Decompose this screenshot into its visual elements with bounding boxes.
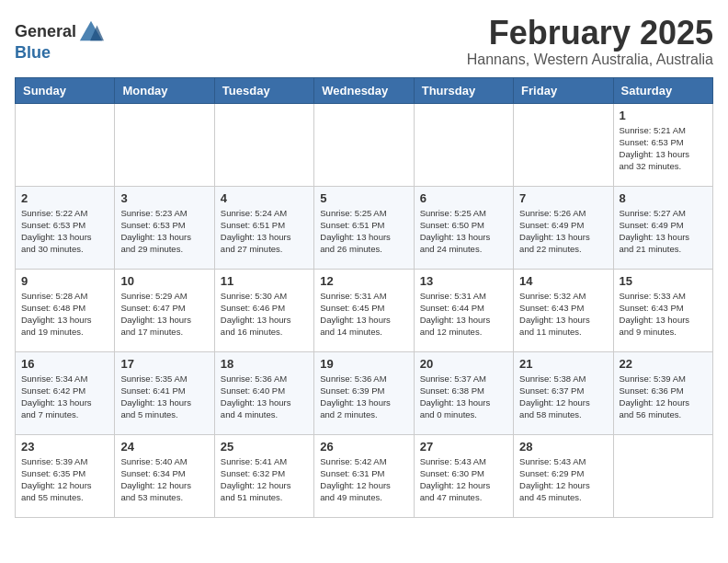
calendar-day-cell: 7Sunrise: 5:26 AM Sunset: 6:49 PM Daylig… xyxy=(514,186,613,269)
day-detail: Sunrise: 5:31 AM Sunset: 6:45 PM Dayligh… xyxy=(320,290,407,339)
calendar-day-cell: 21Sunrise: 5:38 AM Sunset: 6:37 PM Dayli… xyxy=(514,351,613,434)
calendar-day-cell: 20Sunrise: 5:37 AM Sunset: 6:38 PM Dayli… xyxy=(414,351,513,434)
day-number: 11 xyxy=(221,274,308,288)
calendar-day-cell: 23Sunrise: 5:39 AM Sunset: 6:35 PM Dayli… xyxy=(16,434,115,517)
logo-text-general: General xyxy=(15,23,76,40)
calendar-day-cell: 27Sunrise: 5:43 AM Sunset: 6:30 PM Dayli… xyxy=(414,434,513,517)
day-detail: Sunrise: 5:36 AM Sunset: 6:40 PM Dayligh… xyxy=(221,373,308,421)
calendar-day-cell xyxy=(16,103,115,186)
day-detail: Sunrise: 5:40 AM Sunset: 6:34 PM Dayligh… xyxy=(120,455,208,504)
day-number: 18 xyxy=(221,357,308,371)
day-number: 2 xyxy=(21,191,108,205)
calendar-day-cell xyxy=(514,103,613,186)
day-detail: Sunrise: 5:43 AM Sunset: 6:29 PM Dayligh… xyxy=(519,455,607,504)
calendar-day-cell xyxy=(414,103,513,186)
calendar-day-cell xyxy=(613,434,712,517)
day-number: 5 xyxy=(320,191,407,205)
day-detail: Sunrise: 5:39 AM Sunset: 6:36 PM Dayligh… xyxy=(620,373,707,421)
calendar-day-cell: 6Sunrise: 5:25 AM Sunset: 6:50 PM Daylig… xyxy=(414,186,513,269)
calendar-day-cell xyxy=(115,103,214,186)
day-detail: Sunrise: 5:25 AM Sunset: 6:50 PM Dayligh… xyxy=(420,207,507,256)
day-detail: Sunrise: 5:41 AM Sunset: 6:32 PM Dayligh… xyxy=(221,455,308,504)
calendar-day-cell: 9Sunrise: 5:28 AM Sunset: 6:48 PM Daylig… xyxy=(16,269,115,351)
day-detail: Sunrise: 5:28 AM Sunset: 6:48 PM Dayligh… xyxy=(21,290,108,339)
day-detail: Sunrise: 5:27 AM Sunset: 6:49 PM Dayligh… xyxy=(620,207,707,256)
weekday-header: Thursday xyxy=(414,77,513,103)
day-detail: Sunrise: 5:34 AM Sunset: 6:42 PM Dayligh… xyxy=(21,373,108,421)
day-number: 17 xyxy=(120,357,208,371)
calendar-day-cell: 16Sunrise: 5:34 AM Sunset: 6:42 PM Dayli… xyxy=(16,351,115,434)
day-number: 13 xyxy=(420,274,507,288)
calendar-day-cell: 5Sunrise: 5:25 AM Sunset: 6:51 PM Daylig… xyxy=(314,186,414,269)
day-detail: Sunrise: 5:29 AM Sunset: 6:47 PM Dayligh… xyxy=(120,290,208,339)
day-number: 23 xyxy=(21,440,108,454)
calendar-day-cell: 18Sunrise: 5:36 AM Sunset: 6:40 PM Dayli… xyxy=(214,351,313,434)
day-detail: Sunrise: 5:33 AM Sunset: 6:43 PM Dayligh… xyxy=(620,290,707,339)
weekday-header: Friday xyxy=(514,77,613,103)
day-number: 3 xyxy=(120,191,208,205)
day-detail: Sunrise: 5:43 AM Sunset: 6:30 PM Dayligh… xyxy=(420,455,507,504)
page-header: General Blue February 2025 Hannans, West… xyxy=(15,15,713,68)
calendar-day-cell: 24Sunrise: 5:40 AM Sunset: 6:34 PM Dayli… xyxy=(115,434,214,517)
day-number: 14 xyxy=(519,274,607,288)
logo-icon xyxy=(78,18,104,44)
calendar-day-cell: 4Sunrise: 5:24 AM Sunset: 6:51 PM Daylig… xyxy=(214,186,313,269)
day-detail: Sunrise: 5:39 AM Sunset: 6:35 PM Dayligh… xyxy=(21,455,108,504)
calendar-day-cell: 11Sunrise: 5:30 AM Sunset: 6:46 PM Dayli… xyxy=(214,269,313,351)
calendar-day-cell: 25Sunrise: 5:41 AM Sunset: 6:32 PM Dayli… xyxy=(214,434,313,517)
calendar-day-cell: 17Sunrise: 5:35 AM Sunset: 6:41 PM Dayli… xyxy=(115,351,214,434)
calendar-week-row: 23Sunrise: 5:39 AM Sunset: 6:35 PM Dayli… xyxy=(16,434,713,517)
calendar-day-cell xyxy=(314,103,414,186)
calendar-table: SundayMondayTuesdayWednesdayThursdayFrid… xyxy=(15,77,713,518)
day-number: 12 xyxy=(320,274,407,288)
day-detail: Sunrise: 5:36 AM Sunset: 6:39 PM Dayligh… xyxy=(320,373,407,421)
calendar-week-row: 16Sunrise: 5:34 AM Sunset: 6:42 PM Dayli… xyxy=(16,351,713,434)
day-number: 22 xyxy=(620,357,707,371)
logo: General Blue xyxy=(15,18,104,62)
weekday-header: Monday xyxy=(115,77,214,103)
day-detail: Sunrise: 5:26 AM Sunset: 6:49 PM Dayligh… xyxy=(519,207,607,256)
calendar-day-cell: 12Sunrise: 5:31 AM Sunset: 6:45 PM Dayli… xyxy=(314,269,414,351)
day-number: 27 xyxy=(420,440,507,454)
logo-text-blue: Blue xyxy=(15,43,51,62)
calendar-day-cell: 1Sunrise: 5:21 AM Sunset: 6:53 PM Daylig… xyxy=(613,103,712,186)
day-detail: Sunrise: 5:31 AM Sunset: 6:44 PM Dayligh… xyxy=(420,290,507,339)
day-number: 6 xyxy=(420,191,507,205)
day-number: 28 xyxy=(519,440,607,454)
day-number: 10 xyxy=(120,274,208,288)
day-detail: Sunrise: 5:21 AM Sunset: 6:53 PM Dayligh… xyxy=(620,124,707,173)
day-detail: Sunrise: 5:42 AM Sunset: 6:31 PM Dayligh… xyxy=(320,455,407,504)
calendar-day-cell: 14Sunrise: 5:32 AM Sunset: 6:43 PM Dayli… xyxy=(514,269,613,351)
weekday-header: Sunday xyxy=(16,77,115,103)
calendar-day-cell xyxy=(214,103,313,186)
calendar-header-row: SundayMondayTuesdayWednesdayThursdayFrid… xyxy=(16,77,713,103)
day-number: 24 xyxy=(120,440,208,454)
calendar-day-cell: 3Sunrise: 5:23 AM Sunset: 6:53 PM Daylig… xyxy=(115,186,214,269)
day-number: 25 xyxy=(221,440,308,454)
day-number: 21 xyxy=(519,357,607,371)
calendar-day-cell: 28Sunrise: 5:43 AM Sunset: 6:29 PM Dayli… xyxy=(514,434,613,517)
day-detail: Sunrise: 5:30 AM Sunset: 6:46 PM Dayligh… xyxy=(221,290,308,339)
calendar-day-cell: 10Sunrise: 5:29 AM Sunset: 6:47 PM Dayli… xyxy=(115,269,214,351)
day-detail: Sunrise: 5:25 AM Sunset: 6:51 PM Dayligh… xyxy=(320,207,407,256)
weekday-header: Tuesday xyxy=(214,77,313,103)
day-number: 26 xyxy=(320,440,407,454)
calendar-day-cell: 22Sunrise: 5:39 AM Sunset: 6:36 PM Dayli… xyxy=(613,351,712,434)
day-number: 16 xyxy=(21,357,108,371)
day-number: 1 xyxy=(620,109,707,122)
calendar-day-cell: 15Sunrise: 5:33 AM Sunset: 6:43 PM Dayli… xyxy=(613,269,712,351)
day-number: 7 xyxy=(519,191,607,205)
day-detail: Sunrise: 5:37 AM Sunset: 6:38 PM Dayligh… xyxy=(420,373,507,421)
day-number: 9 xyxy=(21,274,108,288)
calendar-day-cell: 8Sunrise: 5:27 AM Sunset: 6:49 PM Daylig… xyxy=(613,186,712,269)
day-number: 8 xyxy=(620,191,707,205)
calendar-day-cell: 13Sunrise: 5:31 AM Sunset: 6:44 PM Dayli… xyxy=(414,269,513,351)
calendar-week-row: 2Sunrise: 5:22 AM Sunset: 6:53 PM Daylig… xyxy=(16,186,713,269)
calendar-location: Hannans, Western Australia, Australia xyxy=(467,52,713,68)
day-detail: Sunrise: 5:38 AM Sunset: 6:37 PM Dayligh… xyxy=(519,373,607,421)
day-detail: Sunrise: 5:24 AM Sunset: 6:51 PM Dayligh… xyxy=(221,207,308,256)
weekday-header: Saturday xyxy=(613,77,712,103)
weekday-header: Wednesday xyxy=(314,77,414,103)
calendar-day-cell: 2Sunrise: 5:22 AM Sunset: 6:53 PM Daylig… xyxy=(16,186,115,269)
day-detail: Sunrise: 5:32 AM Sunset: 6:43 PM Dayligh… xyxy=(519,290,607,339)
